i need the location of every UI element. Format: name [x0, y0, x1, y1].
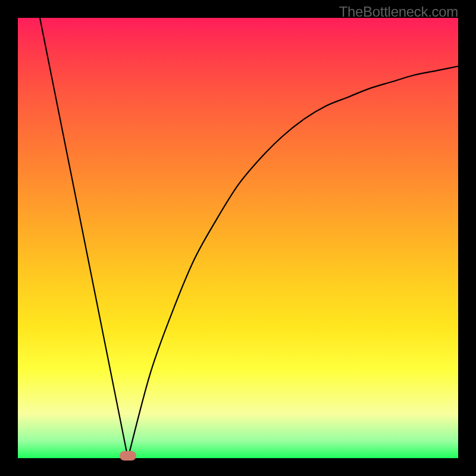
curve-path — [40, 18, 458, 458]
optimum-marker — [120, 451, 136, 461]
curve-layer — [18, 18, 458, 458]
plot-area — [18, 18, 458, 458]
chart-frame: TheBottleneck.com — [0, 0, 476, 476]
